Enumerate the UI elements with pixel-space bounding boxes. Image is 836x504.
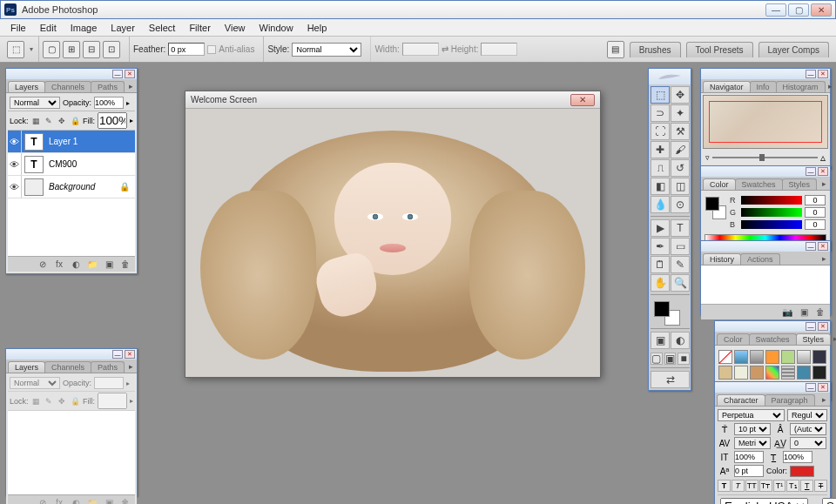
kerning-select[interactable]: Metrics (734, 437, 771, 449)
menu-help[interactable]: Help (300, 21, 334, 35)
notes-tool-icon[interactable]: 🗒 (651, 256, 670, 273)
menu-select[interactable]: Select (142, 21, 183, 35)
panel-min-button[interactable]: — (806, 70, 816, 78)
g-slider[interactable] (741, 208, 802, 217)
subscript-button[interactable]: T₁ (786, 480, 799, 492)
panel-menu-icon[interactable]: ▸ (819, 252, 830, 265)
opttab-brushes[interactable]: Brushes (630, 42, 681, 57)
minimize-button[interactable]: — (765, 3, 786, 17)
font-size-select[interactable]: 10 pt (734, 423, 771, 435)
opttab-layer-comps[interactable]: Layer Comps (758, 42, 829, 57)
path-select-tool-icon[interactable]: ▶ (651, 219, 670, 237)
feather-input[interactable] (168, 43, 205, 56)
style-swatch[interactable] (734, 350, 748, 364)
panel-menu-icon[interactable]: ▸ (819, 178, 830, 190)
tab-navigator[interactable]: Navigator (703, 81, 751, 92)
jump-to-imageready-icon[interactable]: ⇄ (651, 371, 690, 388)
intersect-selection-icon[interactable]: ⊡ (103, 41, 120, 58)
layer-row[interactable]: 👁 Background 🔒 (8, 176, 135, 198)
menu-filter[interactable]: Filter (182, 21, 217, 35)
new-snapshot-icon[interactable]: 📷 (780, 306, 794, 319)
menu-view[interactable]: View (218, 21, 253, 35)
b-slider[interactable] (741, 220, 802, 229)
menu-image[interactable]: Image (64, 21, 104, 35)
antialias-select[interactable]: Smooth (822, 498, 836, 504)
opttab-tool-presets[interactable]: Tool Presets (686, 42, 753, 57)
tab-paths[interactable]: Paths (91, 81, 125, 92)
style-swatch[interactable] (797, 366, 811, 380)
tab-character[interactable]: Character (717, 394, 765, 406)
crop-tool-icon[interactable]: ⛶ (651, 123, 670, 140)
document-canvas[interactable] (185, 109, 600, 377)
lock-pixels-icon[interactable]: ✎ (44, 116, 54, 126)
screen-mode-standard-icon[interactable]: ▢ (651, 353, 663, 365)
shape-tool-icon[interactable]: ▭ (671, 238, 690, 255)
tab-paths[interactable]: Paths (91, 361, 125, 373)
panel-min-button[interactable]: — (112, 70, 123, 78)
style-swatch[interactable] (812, 366, 826, 380)
leading-select[interactable]: (Auto) (790, 423, 826, 435)
document-close-button[interactable]: ✕ (570, 94, 595, 106)
new-selection-icon[interactable]: ▢ (43, 41, 60, 58)
style-swatch[interactable] (765, 350, 779, 364)
layer-row[interactable]: 👁 T CM900 (8, 153, 135, 176)
visibility-icon[interactable]: 👁 (8, 131, 22, 152)
zoom-out-icon[interactable]: ▿ (705, 153, 710, 162)
lasso-tool-icon[interactable]: ⊃ (651, 104, 670, 122)
tab-layers[interactable]: Layers (8, 81, 45, 92)
panel-menu-icon[interactable]: ▸ (830, 333, 836, 345)
style-swatch[interactable] (750, 350, 764, 364)
panel-min-button[interactable]: — (806, 167, 816, 176)
text-color-swatch[interactable] (790, 466, 814, 477)
panel-min-button[interactable]: — (806, 322, 816, 331)
panel-min-button[interactable]: — (112, 350, 123, 359)
navigator-proxy[interactable] (703, 95, 828, 149)
style-none-swatch[interactable] (718, 350, 732, 364)
tab-info[interactable]: Info (750, 81, 777, 92)
add-selection-icon[interactable]: ⊞ (63, 41, 80, 58)
panel-menu-icon[interactable]: ▸ (819, 393, 830, 406)
menu-layer[interactable]: Layer (104, 21, 142, 35)
zoom-tool-icon[interactable]: 🔍 (671, 274, 690, 292)
strikethrough-button[interactable]: T (814, 480, 827, 492)
stamp-tool-icon[interactable]: ⎍ (651, 159, 670, 177)
tab-styles[interactable]: Styles (796, 333, 832, 345)
style-swatch[interactable] (797, 350, 811, 364)
lock-all-icon[interactable]: 🔒 (70, 116, 80, 126)
screen-mode-full-menubar-icon[interactable]: ▣ (664, 353, 677, 365)
delete-layer-icon[interactable]: 🗑 (118, 259, 132, 271)
zoom-slider[interactable] (712, 157, 818, 158)
tab-paragraph[interactable]: Paragraph (765, 394, 815, 406)
visibility-icon[interactable]: 👁 (8, 153, 22, 175)
standard-mode-icon[interactable]: ▣ (651, 332, 670, 349)
tab-actions[interactable]: Actions (740, 253, 780, 265)
panel-min-button[interactable]: — (806, 242, 816, 251)
language-select[interactable]: English: USA (720, 498, 808, 504)
style-swatch[interactable] (718, 366, 732, 380)
hand-tool-icon[interactable]: ✋ (651, 274, 670, 292)
menu-window[interactable]: Window (253, 21, 300, 35)
tab-color[interactable]: Color (703, 178, 736, 190)
tab-channels[interactable]: Channels (44, 361, 91, 373)
menu-file[interactable]: File (3, 21, 33, 35)
font-style-select[interactable]: Regular (787, 409, 827, 421)
font-family-select[interactable]: Perpetua (718, 409, 785, 421)
underline-button[interactable]: T (800, 480, 813, 492)
vscale-input[interactable] (734, 451, 764, 463)
style-swatch[interactable] (812, 350, 826, 364)
b-input[interactable] (805, 219, 826, 230)
lock-transparent-icon[interactable]: ▦ (31, 116, 42, 126)
r-slider[interactable] (741, 196, 802, 205)
healing-brush-tool-icon[interactable]: ✚ (651, 141, 670, 158)
new-layer-icon[interactable]: ▣ (102, 259, 116, 271)
toolbox-grip[interactable] (649, 69, 691, 84)
panel-close-button[interactable]: ✕ (818, 242, 828, 251)
panel-close-button[interactable]: ✕ (818, 70, 828, 78)
panel-close-button[interactable]: ✕ (818, 322, 828, 331)
panel-close-button[interactable]: ✕ (818, 383, 828, 392)
new-group-icon[interactable]: 📁 (85, 259, 99, 271)
type-tool-icon[interactable]: T (671, 219, 690, 237)
panel-close-button[interactable]: ✕ (125, 70, 135, 78)
panel-close-button[interactable]: ✕ (818, 167, 828, 176)
color-fg-swatch[interactable] (705, 197, 719, 211)
